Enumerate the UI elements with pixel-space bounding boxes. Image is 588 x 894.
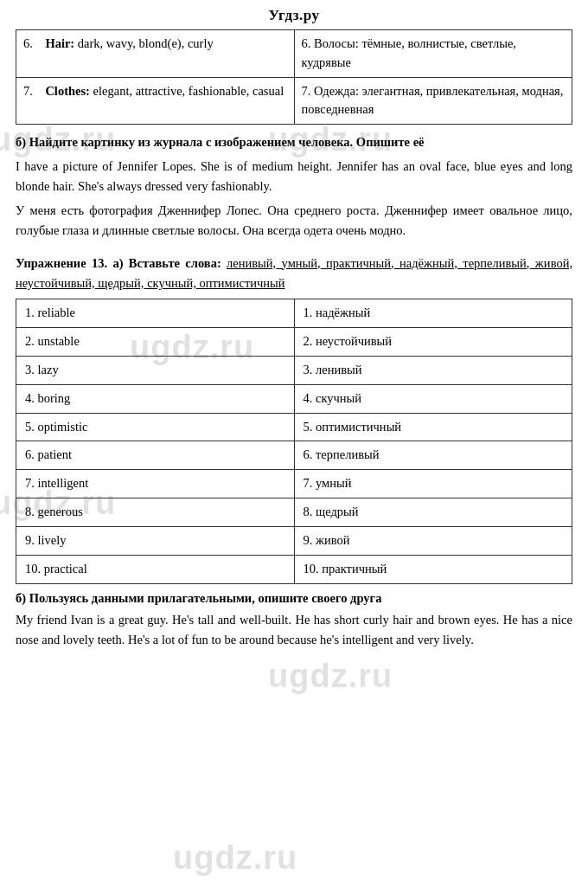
section-b2-heading: б) Пользуясь данными прилагательными, оп…	[16, 591, 572, 606]
watermark-5: ugdz.ru	[268, 658, 393, 695]
vocab-right-10: 10. практичный	[294, 556, 572, 584]
vocab-right-6: 6. терпеливый	[294, 441, 572, 470]
vocab-right-5: 5. оптимистичный	[294, 413, 572, 441]
vocab-left-9: 9. lively	[16, 527, 295, 556]
vocab-left-6: 6. patient	[16, 441, 295, 470]
main-content: 6. Hair: dark, wavy, blond(e), curly6. В…	[0, 29, 588, 650]
vocab-left-4: 4. boring	[16, 384, 295, 413]
vocab-right-3: 3. ленивый	[294, 356, 572, 384]
paragraph-english: I have a picture of Jennifer Lopes. She …	[16, 157, 572, 196]
vocab-left-10: 10. practical	[16, 556, 295, 584]
vocab-left-7: 7. intelligent	[16, 470, 295, 498]
vocab-left-3: 3. lazy	[16, 356, 295, 384]
vocab-right-8: 8. щедрый	[294, 498, 572, 527]
page-title: Угдз.ру	[0, 0, 588, 29]
paragraph-b2: My friend Ivan is a great guy. He's tall…	[16, 610, 572, 650]
vocab-left-5: 5. optimistic	[16, 413, 295, 441]
exercise-heading: Упражнение 13. а) Вставьте слова: ленивы…	[16, 254, 572, 293]
vocab-left-8: 8. generous	[16, 498, 295, 527]
vocab-table: 1. reliable1. надёжный2. unstable2. неус…	[16, 299, 572, 584]
top-table: 6. Hair: dark, wavy, blond(e), curly6. В…	[16, 29, 572, 125]
watermark-6: ugdz.ru	[173, 839, 297, 877]
exercise-label: Упражнение 13. а) Вставьте слова:	[16, 256, 221, 270]
vocab-right-7: 7. умный	[294, 470, 572, 498]
vocab-left-2: 2. unstable	[16, 327, 295, 356]
vocab-right-9: 9. живой	[294, 527, 572, 556]
vocab-right-2: 2. неустойчивый	[294, 327, 572, 356]
paragraph-russian: У меня есть фотография Дженнифер Лопес. …	[16, 201, 572, 241]
vocab-right-4: 4. скучный	[294, 384, 572, 413]
vocab-left-1: 1. reliable	[16, 299, 295, 327]
vocab-right-1: 1. надёжный	[294, 299, 572, 327]
section-b-heading: б) Найдите картинку из журнала с изображ…	[16, 133, 572, 152]
